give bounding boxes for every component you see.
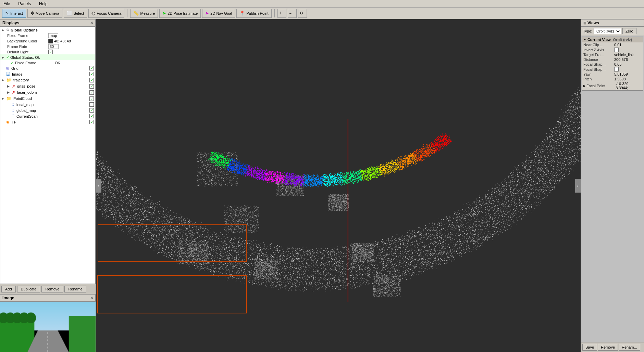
pointcloud-display-item[interactable]: ▶ 📁 PointCloud bbox=[0, 95, 95, 102]
near-clip-value[interactable]: 0.01 bbox=[614, 43, 621, 47]
gear-icon: ⚙ bbox=[300, 11, 303, 15]
publish-icon: 📍 bbox=[239, 11, 245, 16]
trajectory-checkbox[interactable] bbox=[89, 78, 94, 82]
views-zero-button[interactable]: Zero bbox=[622, 28, 636, 34]
separator-2 bbox=[274, 9, 275, 17]
image-panel-title: Image bbox=[2, 296, 14, 300]
measure-icon: 📏 bbox=[133, 11, 139, 16]
distance-row: Distance 200.576 bbox=[582, 57, 643, 62]
separator-1 bbox=[127, 9, 127, 17]
collapse-right-arrow[interactable]: › bbox=[575, 179, 581, 193]
image-panel-header: Image ✕ bbox=[0, 294, 96, 302]
invert-z-row: Invert Z Axis bbox=[582, 47, 643, 52]
menu-panels[interactable]: Panels bbox=[16, 1, 33, 7]
tf-checkbox[interactable] bbox=[89, 120, 94, 124]
left-panel: Displays ✕ ▶ ⚙ Global Options Fixed Fram… bbox=[0, 19, 96, 352]
focal-shape1-value[interactable]: 0.05 bbox=[614, 62, 621, 66]
yaw-label: Yaw bbox=[583, 72, 614, 76]
target-frame-row: Target Fra... vehicle_link bbox=[582, 52, 643, 57]
default-light-row: Default Light bbox=[0, 49, 95, 54]
image-checkbox[interactable] bbox=[89, 72, 94, 76]
trajectory-display-item[interactable]: ▶ 📁 trajectory bbox=[0, 77, 95, 83]
fixed-frame-ok-icon: ✓ bbox=[11, 61, 14, 65]
pointcloud-checkbox[interactable] bbox=[89, 96, 94, 101]
remove-display-button[interactable]: Remove bbox=[41, 286, 63, 292]
expand-trajectory-icon: ▶ bbox=[2, 78, 5, 82]
nav-goal-button[interactable]: ➤ 2D Nav Goal bbox=[202, 9, 235, 18]
expand-gnss-icon: ▶ bbox=[7, 84, 11, 88]
focus-camera-button[interactable]: ◎ Focus Camera bbox=[88, 9, 124, 18]
displays-header: Displays ✕ bbox=[0, 19, 96, 27]
focal-point-value[interactable]: -10.329; 8.3944; bbox=[616, 82, 642, 90]
gnss-pose-checkbox[interactable] bbox=[89, 84, 94, 89]
tf-display-item[interactable]: ◉ TF bbox=[0, 119, 95, 125]
settings-icon-button[interactable]: ⚙ bbox=[298, 9, 307, 18]
views-rename-button[interactable]: Renam... bbox=[619, 344, 640, 351]
image-panel-close-button[interactable]: ✕ bbox=[90, 296, 93, 300]
grid-display-item[interactable]: ⊞ Grid bbox=[0, 65, 95, 71]
distance-value[interactable]: 200.576 bbox=[614, 57, 628, 62]
publish-point-button[interactable]: 📍 Publish Point bbox=[236, 9, 271, 18]
global-map-item[interactable]: ⁚⁚ global_map bbox=[0, 107, 95, 113]
image-display-item[interactable]: 🖼 Image bbox=[0, 71, 95, 77]
laser-odom-item[interactable]: ▶ ↗ laser_odom bbox=[0, 89, 95, 95]
views-header: ⊞ Views bbox=[581, 19, 644, 27]
focal-shape1-row: Focal Shap... 0.05 bbox=[582, 62, 643, 67]
global-options-icon: ⚙ bbox=[6, 28, 10, 32]
displays-close-button[interactable]: ✕ bbox=[90, 21, 93, 25]
laser-odom-checkbox[interactable] bbox=[89, 90, 94, 95]
current-scan-points-icon: ⁚⁚ bbox=[12, 114, 14, 118]
current-scan-checkbox[interactable] bbox=[89, 114, 94, 118]
move-camera-button[interactable]: ✥ Move Camera bbox=[27, 9, 62, 18]
tf-icon: ◉ bbox=[6, 120, 10, 124]
expand-pointcloud-icon: ▶ bbox=[2, 97, 5, 100]
target-frame-value[interactable]: vehicle_link bbox=[614, 53, 634, 57]
views-title: Views bbox=[587, 21, 599, 25]
image-view bbox=[0, 302, 96, 352]
global-options-item[interactable]: ▶ ⚙ Global Options bbox=[0, 27, 95, 33]
target-frame-label: Target Fra... bbox=[583, 53, 614, 57]
default-light-checkbox[interactable] bbox=[48, 50, 53, 54]
menu-help[interactable]: Help bbox=[37, 1, 50, 7]
views-remove-button[interactable]: Remove bbox=[598, 344, 618, 351]
add-icon-button[interactable]: ✛ bbox=[277, 9, 286, 18]
focal-shape2-checkbox[interactable] bbox=[614, 67, 619, 71]
local-map-checkbox[interactable] bbox=[89, 102, 94, 107]
3d-view[interactable]: ‹ › bbox=[96, 19, 581, 352]
invert-z-checkbox[interactable] bbox=[614, 48, 619, 52]
rename-display-button[interactable]: Rename bbox=[64, 286, 86, 292]
menu-file[interactable]: File bbox=[1, 1, 12, 7]
grid-checkbox[interactable] bbox=[89, 66, 94, 70]
interact-button[interactable]: ↖ Interact bbox=[2, 9, 26, 18]
measure-button[interactable]: 📏 Measure bbox=[130, 9, 158, 18]
bg-color-row: Background Color 48; 48; 48 bbox=[0, 38, 95, 44]
add-display-button[interactable]: Add bbox=[1, 286, 16, 292]
global-map-checkbox[interactable] bbox=[89, 108, 94, 113]
pointcloud-canvas[interactable] bbox=[96, 19, 581, 352]
current-scan-item[interactable]: ⁚⁚ CurrentScan bbox=[0, 113, 95, 119]
collapse-left-arrow[interactable]: ‹ bbox=[96, 179, 101, 193]
select-button[interactable]: ⬜ Select bbox=[64, 9, 87, 18]
minus-icon-button[interactable]: − bbox=[288, 9, 297, 18]
near-clip-row: Near Clip ... 0.01 bbox=[582, 42, 643, 47]
global-status-item[interactable]: ▶ ✓ Global Status: Ok bbox=[0, 54, 95, 60]
main-layout: Displays ✕ ▶ ⚙ Global Options Fixed Fram… bbox=[0, 19, 644, 352]
local-map-item[interactable]: ⁚⁚ local_map bbox=[0, 102, 95, 107]
views-save-button[interactable]: Save bbox=[582, 344, 597, 351]
global-map-points-icon: ⁚⁚ bbox=[12, 108, 14, 113]
views-type-select[interactable]: Orbit (rviz) bbox=[594, 28, 621, 34]
bg-color-swatch[interactable] bbox=[48, 39, 53, 43]
distance-label: Distance bbox=[583, 57, 614, 62]
minus-icon: − bbox=[289, 11, 292, 15]
displays-title: Displays bbox=[2, 21, 19, 25]
views-buttons-bar: Save Remove Renam... bbox=[581, 342, 644, 352]
focal-point-row: ▶ Focal Point -10.329; 8.3944; bbox=[582, 81, 643, 90]
expand-laser-icon: ▶ bbox=[7, 91, 11, 94]
display-buttons-bar: Add Duplicate Remove Rename bbox=[0, 284, 96, 294]
yaw-value[interactable]: 5.81359 bbox=[614, 72, 628, 76]
duplicate-display-button[interactable]: Duplicate bbox=[17, 286, 40, 292]
right-panel: ⊞ Views Type: Orbit (rviz) Zero ▼ Curren… bbox=[581, 19, 644, 352]
pose-estimate-button[interactable]: ➤ 2D Pose Estimate bbox=[159, 9, 201, 18]
gnss-pose-item[interactable]: ▶ ↗ gnss_pose bbox=[0, 83, 95, 89]
pitch-value[interactable]: 1.5698 bbox=[614, 77, 626, 81]
